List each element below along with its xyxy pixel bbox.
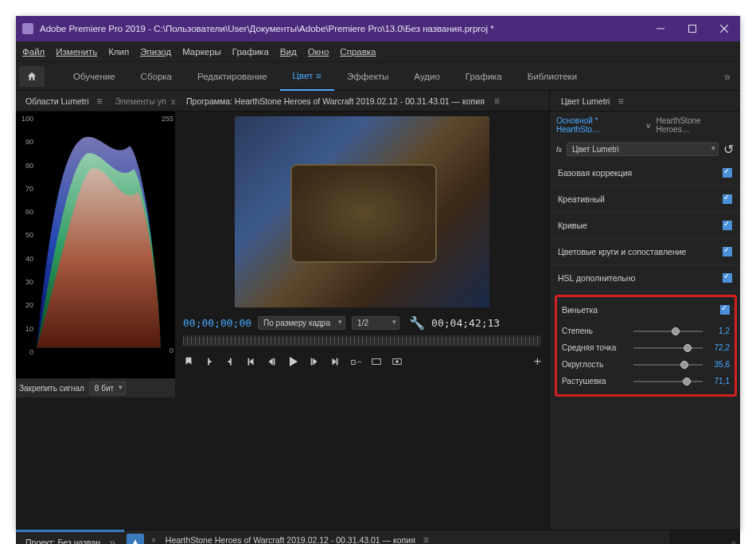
export-frame-icon[interactable] — [392, 356, 403, 367]
svg-rect-1 — [689, 25, 696, 33]
clamp-signal-label: Закрепить сигнал — [19, 384, 84, 393]
program-monitor-image[interactable] — [235, 116, 489, 307]
waveform-scope — [37, 115, 161, 348]
lift-icon[interactable] — [350, 356, 361, 367]
lumetri-source-link[interactable]: Основной * HearthSto… — [556, 116, 641, 134]
slider-Округлость: Округлость35,6 — [557, 356, 735, 373]
slider-Средняя точка: Средняя точка72,2 — [557, 339, 735, 356]
slider-Степень: Степень1,2 — [557, 323, 735, 339]
lumetri-menu-icon[interactable]: ≡ — [618, 96, 623, 107]
section-checkbox[interactable] — [723, 221, 732, 230]
vignette-title[interactable]: Виньетка — [562, 305, 598, 315]
timeline-menu-icon[interactable]: ≡ — [423, 534, 429, 544]
timeline-sequence-tab[interactable]: HearthStone Heroes of Warcraft 2019.02.1… — [161, 535, 420, 544]
lumetri-scopes-panel: Области Lumetri ≡ Элементы уп » 10090807… — [16, 91, 175, 530]
menu-view[interactable]: Вид — [280, 47, 297, 57]
reset-icon[interactable]: ↺ — [723, 142, 734, 157]
bit-depth-dropdown[interactable]: 8 бит — [89, 382, 126, 395]
tools-panel: ▲ ⇥ ⇄ ✂ ⟷ ✎ ✋ T — [124, 530, 146, 544]
section-checkbox[interactable] — [723, 273, 732, 283]
workspace-bar: ОбучениеСборкаРедактированиеЦвет ≡Эффект… — [16, 62, 740, 91]
fit-dropdown[interactable]: По размеру кадра — [258, 316, 345, 330]
close-button[interactable] — [708, 16, 740, 41]
workspace-библиотеки[interactable]: Библиотеки — [515, 62, 590, 91]
vignette-section-highlight: Виньетка Степень1,2Средняя точка72,2Окру… — [555, 295, 737, 397]
button-editor-icon[interactable]: + — [534, 354, 541, 369]
slider-track[interactable] — [633, 364, 703, 366]
audio-meter-panel: - -0- -6- -12- -18- -24- -30- -36- -42- … — [670, 530, 740, 544]
program-menu-icon[interactable]: ≡ — [494, 96, 500, 107]
slider-value[interactable]: 1,2 — [707, 327, 730, 335]
source-chevron-icon: ∨ — [645, 121, 651, 130]
menu-markers[interactable]: Маркеры — [182, 47, 221, 57]
tab-lumetri-scopes[interactable]: Области Lumetri — [21, 96, 94, 106]
home-button[interactable] — [19, 66, 45, 87]
section-checkbox[interactable] — [723, 247, 732, 256]
slider-track[interactable] — [633, 347, 703, 349]
slider-value[interactable]: 71,1 — [707, 377, 730, 385]
goto-in-icon[interactable] — [245, 356, 256, 367]
mark-in-icon[interactable] — [204, 356, 215, 367]
step-fwd-icon[interactable] — [309, 356, 320, 367]
workspace-редактирование[interactable]: Редактирование — [185, 62, 280, 91]
workspace-обучение[interactable]: Обучение — [60, 62, 128, 91]
workspace-графика[interactable]: Графика — [453, 62, 515, 91]
extract-icon[interactable] — [371, 356, 382, 367]
vignette-checkbox[interactable] — [720, 305, 730, 315]
menu-window[interactable]: Окно — [308, 47, 329, 57]
slider-track[interactable] — [633, 331, 703, 332]
effect-dropdown[interactable]: Цвет Lumetri — [567, 143, 719, 156]
minimize-button[interactable] — [645, 16, 676, 41]
timecode-out: 00;04;42;13 — [431, 317, 500, 329]
menu-sequence[interactable]: Эпизод — [140, 47, 171, 57]
workspace-эффекты[interactable]: Эффекты — [334, 62, 401, 91]
timeline-panel: × HearthStone Heroes of Warcraft 2019.02… — [146, 530, 670, 544]
lumetri-color-panel: Цвет Lumetri ≡ Основной * HearthSto… ∨ H… — [549, 91, 740, 530]
menu-help[interactable]: Справка — [340, 47, 376, 57]
program-monitor-title[interactable]: Программа: HearthStone Heroes of Warcraf… — [181, 96, 489, 106]
step-back-icon[interactable] — [266, 356, 277, 367]
menu-clip[interactable]: Клип — [108, 47, 129, 57]
svg-rect-4 — [352, 360, 355, 364]
menu-graphics[interactable]: Графика — [232, 47, 269, 57]
workspace-аудио[interactable]: Аудио — [401, 62, 452, 91]
svg-point-7 — [396, 360, 399, 363]
lumetri-section[interactable]: Кривые — [550, 213, 740, 239]
lumetri-section[interactable]: Цветовые круги и сопоставление — [550, 239, 740, 265]
lumetri-section[interactable]: Креативный — [550, 186, 740, 213]
lumetri-section[interactable]: HSL дополнительно — [550, 265, 740, 292]
tab-effect-controls[interactable]: Элементы уп — [111, 96, 171, 106]
goto-out-icon[interactable] — [329, 356, 341, 367]
workspace-сборка[interactable]: Сборка — [128, 62, 185, 91]
menu-file[interactable]: Файл — [22, 47, 45, 57]
titlebar: Adobe Premiere Pro 2019 - C:\Пользовател… — [16, 16, 740, 41]
lumetri-tab[interactable]: Цвет Lumetri — [556, 96, 614, 106]
fx-badge[interactable]: fx — [556, 146, 562, 154]
project-overflow[interactable]: » — [105, 536, 119, 545]
scope-rmax: 255 — [162, 115, 173, 123]
selection-tool[interactable]: ▲ — [127, 534, 144, 544]
zoom-dropdown[interactable]: 1/2 — [352, 316, 399, 330]
slider-Растушевка: Растушевка71,1 — [557, 373, 735, 389]
section-checkbox[interactable] — [723, 168, 732, 178]
marker-bar[interactable] — [183, 335, 541, 346]
add-marker-icon[interactable] — [183, 356, 194, 367]
menubar: Файл Изменить Клип Эпизод Маркеры График… — [16, 41, 740, 62]
workspace-цвет[interactable]: Цвет ≡ — [280, 62, 335, 91]
menu-edit[interactable]: Изменить — [56, 47, 97, 57]
workspace-overflow[interactable]: » — [718, 70, 737, 83]
slider-value[interactable]: 72,2 — [707, 343, 730, 352]
program-monitor-panel: Программа: HearthStone Heroes of Warcraf… — [175, 91, 549, 530]
section-checkbox[interactable] — [723, 194, 732, 204]
slider-track[interactable] — [633, 381, 703, 382]
maximize-button[interactable] — [676, 16, 708, 41]
play-button[interactable] — [286, 355, 299, 368]
slider-value[interactable]: 35,6 — [707, 360, 730, 369]
mark-out-icon[interactable] — [224, 356, 236, 367]
lumetri-section[interactable]: Базовая коррекция — [550, 160, 740, 186]
timecode-in[interactable]: 00;00;00;00 — [183, 317, 251, 329]
project-tab[interactable]: Проект: Без назван — [21, 538, 105, 545]
panel-menu-icon[interactable]: ≡ — [97, 96, 103, 107]
settings-icon[interactable]: 🔧 — [409, 315, 425, 331]
window-title: Adobe Premiere Pro 2019 - C:\Пользовател… — [40, 24, 494, 33]
